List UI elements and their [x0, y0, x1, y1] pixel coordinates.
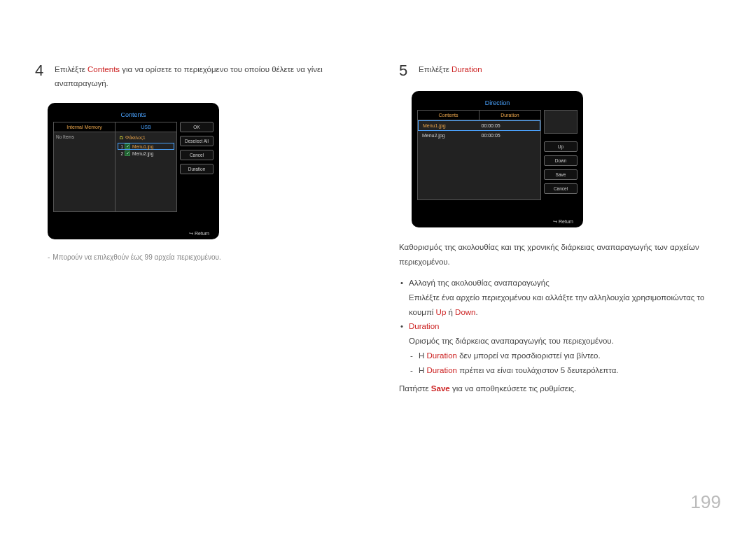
return-label-2: Return	[559, 219, 573, 224]
d2-r1c2: 00:00:05	[482, 121, 540, 130]
folder-row[interactable]: 🗀 Φάκελος1	[118, 134, 174, 143]
fp-post: για να αποθηκεύσετε τις ρυθμίσεις.	[450, 384, 577, 393]
step-5: 5 Επιλέξτε Duration	[399, 63, 721, 78]
device1-side-buttons: OK Deselect All Cancel Duration	[180, 122, 214, 228]
paragraph-1: Καθορισμός της ακολουθίας και της χρονικ…	[399, 240, 721, 269]
bullet-sequence: Αλλαγή της ακολουθίας αναπαραγωγής	[399, 276, 721, 290]
file1-name: Menu1.jpg	[132, 144, 174, 149]
device2-side-buttons: Up Down Save Cancel	[544, 110, 578, 216]
d1r: Duration	[427, 351, 457, 360]
bullet-sequence-sub: Επιλέξτε ένα αρχείο περιεχομένου και αλλ…	[399, 290, 721, 319]
tab-usb[interactable]: USB	[115, 122, 176, 132]
step-4: 4 Επιλέξτε Contents για να ορίσετε το πε…	[35, 63, 357, 90]
d2a: Η	[419, 366, 427, 374]
footnote-text: Μπορούν να επιλεχθούν έως 99 αρχεία περι…	[52, 253, 220, 261]
b1-or: ή	[446, 308, 455, 316]
file1-num: 1	[118, 144, 123, 149]
file2-check-icon: ✓	[125, 150, 130, 156]
d2p: πρέπει να είναι τουλάχιστον 5 δευτερόλεπ…	[457, 366, 619, 374]
final-paragraph: Πατήστε Save για να αποθηκεύσετε τις ρυθ…	[399, 381, 721, 396]
fp-pre: Πατήστε	[399, 384, 431, 393]
device-direction: Direction Contents Duration Menu1.jpg 00…	[412, 91, 583, 227]
preview-thumbnail	[544, 110, 578, 134]
d1a: Η	[419, 351, 427, 360]
right-column: 5 Επιλέξτε Duration Direction Contents D…	[399, 63, 721, 403]
cancel-button-2[interactable]: Cancel	[544, 183, 578, 194]
step5-pre: Επιλέξτε	[419, 65, 451, 73]
cancel-button[interactable]: Cancel	[180, 150, 214, 160]
ok-button[interactable]: OK	[180, 122, 214, 132]
panel-col-right: 🗀 Φάκελος1 1 ✓ Menu1.jpg 2 ✓	[115, 132, 176, 211]
d2-row-2[interactable]: Menu2.jpg 00:00:05	[418, 131, 540, 140]
b2-label: Duration	[409, 322, 439, 330]
device2-title: Direction	[417, 97, 578, 110]
tab-internal-memory[interactable]: Internal Memory	[54, 122, 115, 132]
down-button[interactable]: Down	[544, 155, 578, 166]
return-icon-2: ↩	[553, 219, 557, 225]
device2-panels: Contents Duration Menu1.jpg 00:00:05 Men…	[417, 110, 541, 216]
no-items-label: No Items	[56, 134, 74, 139]
dash-line-2: Η Duration πρέπει να είναι τουλάχιστον 5…	[399, 363, 721, 378]
step4-pre: Επιλέξτε	[55, 65, 88, 73]
device1-tabs: Internal Memory USB	[53, 122, 177, 132]
d2r: Duration	[427, 366, 457, 374]
device2-header: Contents Duration	[417, 110, 541, 120]
footnote: -Μπορούν να επιλεχθούν έως 99 αρχεία περ…	[48, 252, 357, 263]
device1-title: Contents	[53, 108, 214, 122]
return-label: Return	[195, 231, 209, 236]
folder-name: Φάκελος1	[125, 135, 146, 140]
d1p: δεν μπορεί να προσδιοριστεί για βίντεο.	[457, 351, 601, 360]
deselect-all-button[interactable]: Deselect All	[180, 136, 214, 146]
d2-r2c2: 00:00:05	[482, 131, 541, 140]
device1-panel: No Items 🗀 Φάκελος1 1 ✓ Menu1.jpg	[53, 132, 177, 212]
b1-down: Down	[455, 308, 475, 316]
d2-r2c1: Menu2.jpg	[418, 131, 482, 140]
file1-check-icon: ✓	[125, 143, 130, 149]
bullet-duration: Duration	[399, 319, 721, 334]
step-5-text: Επιλέξτε Duration	[419, 63, 482, 78]
device1-panels: Internal Memory USB No Items 🗀 Φάκελος1	[53, 122, 177, 228]
duration-button[interactable]: Duration	[180, 164, 214, 174]
device2-return[interactable]: ↩Return	[417, 216, 578, 225]
step5-red: Duration	[451, 65, 482, 73]
up-button[interactable]: Up	[544, 141, 578, 152]
page-number: 199	[691, 491, 721, 513]
bullet-duration-sub: Ορισμός της διάρκειας αναπαραγωγής του π…	[399, 334, 721, 349]
file2-num: 2	[118, 151, 123, 156]
device1-return[interactable]: ↩Return	[53, 228, 214, 237]
col-contents: Contents	[418, 111, 479, 120]
footnote-dash: -	[48, 253, 50, 261]
device-contents: Contents Internal Memory USB No Items 🗀	[48, 103, 219, 239]
fp-red: Save	[431, 384, 450, 393]
return-icon: ↩	[189, 231, 193, 237]
step-5-number: 5	[399, 63, 412, 78]
step-4-text: Επιλέξτε Contents για να ορίσετε το περι…	[55, 63, 357, 90]
b1-up: Up	[436, 308, 447, 316]
b1-end: .	[476, 308, 478, 316]
device2-list: Menu1.jpg 00:00:05 Menu2.jpg 00:00:05	[417, 120, 541, 200]
file-row-2[interactable]: 2 ✓ Menu2.jpg	[118, 150, 174, 157]
col-duration: Duration	[479, 111, 540, 120]
file-row-1[interactable]: 1 ✓ Menu1.jpg	[118, 143, 174, 150]
panel-col-left: No Items	[54, 132, 115, 211]
left-column: 4 Επιλέξτε Contents για να ορίσετε το πε…	[35, 63, 357, 403]
d2-r1c1: Menu1.jpg	[419, 121, 482, 130]
file2-name: Menu2.jpg	[132, 151, 174, 156]
d2-row-1[interactable]: Menu1.jpg 00:00:05	[418, 120, 540, 131]
step4-red: Contents	[88, 65, 120, 73]
save-button[interactable]: Save	[544, 169, 578, 180]
folder-icon: 🗀	[119, 135, 124, 140]
dash-line-1: Η Duration δεν μπορεί να προσδιοριστεί γ…	[399, 349, 721, 363]
step-4-number: 4	[35, 63, 48, 90]
